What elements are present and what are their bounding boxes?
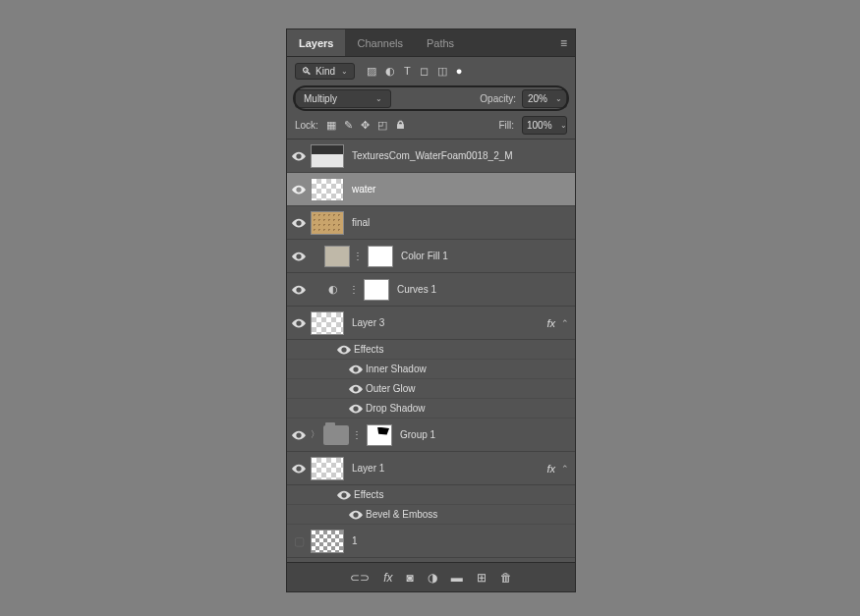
tab-layers[interactable]: Layers <box>287 29 345 56</box>
effect-name: Inner Shadow <box>366 364 427 374</box>
layer-thumbnail[interactable] <box>311 144 344 168</box>
visibility-toggle[interactable] <box>287 464 311 474</box>
layer-row[interactable]: Layer 3 fx ⌃ <box>287 307 575 340</box>
filter-shape-icon[interactable]: ◻ <box>420 65 429 78</box>
layers-list-container: TexturesCom_WaterFoam0018_2_M water fina… <box>287 139 575 562</box>
lock-pixels-icon[interactable]: ✎ <box>344 119 353 132</box>
filter-pixel-icon[interactable]: ▨ <box>367 65 376 78</box>
mask-thumbnail[interactable] <box>367 424 392 446</box>
add-fx-icon[interactable]: fx <box>383 571 392 585</box>
effect-item[interactable]: Drop Shadow <box>287 399 575 419</box>
tab-channels[interactable]: Channels <box>345 29 414 56</box>
filter-smart-icon[interactable]: ◫ <box>437 65 447 78</box>
fill-input[interactable]: 100% ⌄ <box>522 116 567 135</box>
lock-artboard-icon[interactable]: ◰ <box>377 119 387 132</box>
mask-thumbnail[interactable] <box>364 279 389 301</box>
link-layers-icon[interactable]: ⊂⊃ <box>350 571 370 585</box>
visibility-toggle[interactable] <box>287 151 311 161</box>
lock-transparency-icon[interactable]: ▦ <box>326 119 336 132</box>
eye-icon <box>292 318 306 328</box>
link-mask-icon[interactable]: ⋮ <box>349 284 361 295</box>
effect-item[interactable]: Inner Shadow <box>287 360 575 379</box>
layer-row[interactable]: 〉 ⋮ Group 1 <box>287 419 575 452</box>
group-expand-icon[interactable]: 〉 <box>311 428 319 441</box>
filter-adjust-icon[interactable]: ◐ <box>385 65 395 78</box>
effect-item[interactable]: Outer Glow <box>287 379 575 399</box>
layer-name[interactable]: Layer 3 <box>352 317 546 328</box>
mask-thumbnail[interactable] <box>368 246 393 267</box>
lock-fill-row: Lock: ▦ ✎ ✥ ◰ 🔒︎ Fill: 100% ⌄ <box>287 112 575 139</box>
layer-thumbnail[interactable] <box>311 211 344 235</box>
folder-icon <box>323 425 349 445</box>
visibility-toggle[interactable] <box>346 384 366 394</box>
chevron-down-icon: ⌄ <box>555 94 562 103</box>
layer-thumbnail[interactable] <box>311 178 344 201</box>
effect-item[interactable]: Bevel & Emboss <box>287 505 575 525</box>
fill-label: Fill: <box>498 120 514 131</box>
layers-scroll[interactable]: TexturesCom_WaterFoam0018_2_M water fina… <box>287 140 575 562</box>
link-mask-icon[interactable]: ⋮ <box>352 429 364 440</box>
layer-thumbnail[interactable] <box>311 530 344 553</box>
lock-icons: ▦ ✎ ✥ ◰ 🔒︎ <box>326 119 406 132</box>
layer-row[interactable]: ▢ 1 <box>287 525 575 558</box>
effects-header[interactable]: Effects <box>287 340 575 360</box>
effects-collapse-icon[interactable]: ⌃ <box>561 464 569 474</box>
blend-mode-value: Multiply <box>304 93 370 104</box>
lock-position-icon[interactable]: ✥ <box>361 119 370 132</box>
link-mask-icon[interactable]: ⋮ <box>353 251 365 261</box>
layers-panel: Layers Channels Paths ≡ 🔍︎ Kind ⌄ ▨ ◐ T … <box>286 28 576 592</box>
visibility-toggle[interactable] <box>287 252 311 261</box>
chevron-down-icon: ⌄ <box>560 121 567 130</box>
eye-icon <box>292 185 306 195</box>
layer-name[interactable]: Layer 1 <box>352 463 546 474</box>
layer-thumbnail[interactable] <box>311 457 344 480</box>
layer-name[interactable]: TexturesCom_WaterFoam0018_2_M <box>352 150 569 161</box>
visibility-toggle[interactable] <box>334 345 354 355</box>
new-layer-icon[interactable]: ⊞ <box>477 571 487 585</box>
layer-name[interactable]: water <box>352 184 569 195</box>
tab-paths[interactable]: Paths <box>415 29 466 56</box>
layer-row[interactable]: TexturesCom_WaterFoam0018_2_M <box>287 140 575 173</box>
curves-adjustment-icon: ◐ <box>324 281 342 299</box>
layer-row[interactable]: ⋮ Color Fill 1 <box>287 240 575 273</box>
visibility-toggle[interactable] <box>346 510 366 520</box>
delete-layer-icon[interactable]: 🗑︎ <box>500 571 512 585</box>
effects-label: Effects <box>354 489 383 500</box>
opacity-input[interactable]: 20% ⌄ <box>522 89 567 108</box>
layer-row[interactable]: water <box>287 173 575 206</box>
blend-opacity-row: Multiply ⌄ Opacity: 20% ⌄ <box>287 85 575 112</box>
visibility-toggle[interactable] <box>346 364 366 374</box>
layer-name[interactable]: Group 1 <box>400 429 569 440</box>
visibility-toggle[interactable]: ▢ <box>287 534 311 548</box>
panel-menu-icon[interactable]: ≡ <box>560 36 567 50</box>
layer-name[interactable]: Color Fill 1 <box>401 251 569 261</box>
adjustment-thumbnail[interactable] <box>324 246 350 267</box>
search-icon: 🔍︎ <box>302 66 312 77</box>
filter-type-icon[interactable]: T <box>404 65 411 78</box>
visibility-toggle[interactable] <box>346 404 366 414</box>
layer-name[interactable]: 1 <box>352 535 569 546</box>
effects-header[interactable]: Effects <box>287 485 575 505</box>
visibility-toggle[interactable] <box>287 218 311 228</box>
layer-name[interactable]: Curves 1 <box>397 284 569 295</box>
visibility-toggle[interactable] <box>287 430 311 440</box>
layer-name[interactable]: final <box>352 217 569 228</box>
layer-row[interactable]: ◐ ⋮ Curves 1 <box>287 273 575 307</box>
layer-row[interactable]: Layer 1 fx ⌃ <box>287 452 575 485</box>
visibility-toggle[interactable] <box>287 318 311 328</box>
eye-icon <box>292 464 306 474</box>
add-adjustment-icon[interactable]: ◑ <box>428 571 437 585</box>
visibility-toggle[interactable] <box>287 285 311 295</box>
layer-row[interactable]: final <box>287 206 575 240</box>
lock-all-icon[interactable]: 🔒︎ <box>395 119 406 132</box>
filter-kind-select[interactable]: 🔍︎ Kind ⌄ <box>295 63 355 80</box>
visibility-toggle[interactable] <box>334 490 354 500</box>
new-group-icon[interactable]: ▬ <box>451 571 463 585</box>
filter-toggle-icon[interactable]: ● <box>456 65 463 78</box>
layer-thumbnail[interactable] <box>311 311 344 335</box>
blend-mode-select[interactable]: Multiply ⌄ <box>295 89 391 108</box>
eye-icon <box>292 218 306 228</box>
visibility-toggle[interactable] <box>287 185 311 195</box>
add-mask-icon[interactable]: ◙ <box>407 571 414 585</box>
effects-collapse-icon[interactable]: ⌃ <box>561 318 569 328</box>
